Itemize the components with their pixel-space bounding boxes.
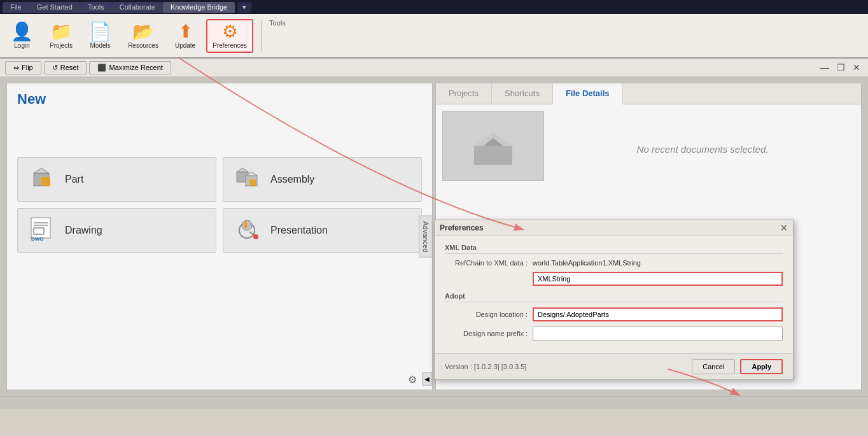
title-bar: File Get Started Tools Collaborate Knowl… xyxy=(0,0,868,14)
design-location-label: Design location : xyxy=(445,311,528,318)
preferences-button[interactable]: ⚙ Preferences xyxy=(206,19,253,53)
login-label: Login xyxy=(14,42,29,49)
svg-text:DWG: DWG xyxy=(31,236,44,242)
resources-button[interactable]: 📂 Resources xyxy=(122,20,164,52)
design-name-prefix-input[interactable] xyxy=(533,327,783,341)
design-name-prefix-label: Design name prefix : xyxy=(445,330,528,337)
update-button[interactable]: ⬆ Update xyxy=(169,20,201,52)
svg-rect-15 xyxy=(244,222,247,228)
tab-projects[interactable]: Projects xyxy=(436,83,492,104)
tab-bar: Projects Shortcuts File Details xyxy=(436,83,861,104)
assembly-label: Assembly xyxy=(270,174,314,185)
title-tabs: File Get Started Tools Collaborate Knowl… xyxy=(3,2,251,13)
reset-button[interactable]: ↺ Reset xyxy=(44,61,87,74)
svg-rect-18 xyxy=(474,146,512,165)
models-button[interactable]: 📄 Models xyxy=(83,20,117,52)
update-label: Update xyxy=(175,42,195,49)
minimize-icon[interactable]: — xyxy=(818,62,832,73)
resources-label: Resources xyxy=(128,42,158,49)
svg-point-17 xyxy=(253,234,258,239)
bottom-bar xyxy=(0,397,868,409)
resources-icon: 📂 xyxy=(132,23,155,41)
presentation-icon xyxy=(231,213,263,249)
svg-rect-7 xyxy=(249,179,256,186)
presentation-label: Presentation xyxy=(270,225,328,236)
new-title: New xyxy=(7,83,432,113)
new-item-drawing[interactable]: DWG Drawing xyxy=(17,208,216,253)
preview-thumbnail xyxy=(442,111,544,181)
close-icon[interactable]: ✕ xyxy=(850,62,863,73)
reset-icon: ↺ xyxy=(52,64,58,72)
new-item-assembly[interactable]: Assembly xyxy=(223,157,422,202)
tab-file[interactable]: File xyxy=(3,2,29,13)
flip-label: Flip xyxy=(22,64,33,71)
collapse-arrow[interactable]: ◀ xyxy=(422,372,432,386)
flip-icon: ⇔ xyxy=(13,64,19,72)
reset-label: Reset xyxy=(60,64,79,71)
prefs-footer: Version : [1.0.2.3] [3.0.3.5] Cancel App… xyxy=(435,353,793,379)
preferences-icon: ⚙ xyxy=(222,23,238,41)
apply-button[interactable]: Apply xyxy=(740,359,783,374)
tab-dropdown[interactable]: ▾ xyxy=(237,2,251,13)
prefs-buttons: Cancel Apply xyxy=(692,359,783,374)
models-label: Models xyxy=(90,42,111,49)
tab-file-details[interactable]: File Details xyxy=(553,83,623,104)
adopt-section-title: Adopt xyxy=(445,292,783,302)
refchain-label: RefChain to XML data : xyxy=(445,259,528,267)
prefs-body: XML Data RefChain to XML data : world.Ta… xyxy=(435,236,793,353)
prefs-title: Preferences xyxy=(440,223,484,232)
toolbar-separator xyxy=(261,20,262,52)
design-location-row: Design location : xyxy=(445,307,783,321)
toolbar: 👤 Login 📁 Projects 📄 Models 📂 Resources … xyxy=(0,14,868,59)
gear-icon[interactable]: ⚙ xyxy=(408,374,417,386)
models-icon: 📄 xyxy=(89,23,111,41)
tab-tools[interactable]: Tools xyxy=(80,2,112,13)
new-item-presentation[interactable]: Presentation xyxy=(223,208,422,253)
tab-get-started[interactable]: Get Started xyxy=(29,2,80,13)
new-grid: Part Assembly xyxy=(7,151,432,259)
part-icon xyxy=(25,162,57,198)
svg-marker-1 xyxy=(34,168,49,173)
part-label: Part xyxy=(65,174,83,185)
tools-section-label: Tools xyxy=(269,19,286,27)
refchain-row: RefChain to XML data : world.TableApplic… xyxy=(445,259,783,267)
advanced-tab[interactable]: Advanced xyxy=(419,215,433,258)
preferences-dialog: Preferences ✕ XML Data RefChain to XML d… xyxy=(434,220,794,380)
restore-icon[interactable]: ❐ xyxy=(834,62,848,73)
projects-icon: 📁 xyxy=(50,23,73,41)
login-icon: 👤 xyxy=(11,23,33,41)
svg-marker-4 xyxy=(237,168,248,172)
tab-shortcuts[interactable]: Shortcuts xyxy=(492,83,553,104)
maximize-recent-label: Maximize Recent xyxy=(109,64,162,71)
window-controls: — ❐ ✕ xyxy=(818,62,863,73)
refchain-value: world.TableApplication1.XMLString xyxy=(533,259,783,267)
maximize-recent-button[interactable]: ⬛ Maximize Recent xyxy=(89,61,171,74)
login-button[interactable]: 👤 Login xyxy=(5,20,39,52)
version-text: Version : [1.0.2.3] [3.0.3.5] xyxy=(445,363,526,370)
assembly-icon xyxy=(231,162,263,198)
design-name-prefix-row: Design name prefix : xyxy=(445,327,783,341)
flip-button[interactable]: ⇔ Flip xyxy=(5,61,41,74)
no-recent-text: No recent documents selected. xyxy=(550,111,855,187)
preferences-label: Preferences xyxy=(213,42,247,49)
preview-area: No recent documents selected. xyxy=(436,104,861,193)
prefs-close-button[interactable]: ✕ xyxy=(780,223,788,233)
new-item-part[interactable]: Part xyxy=(17,157,216,202)
design-location-input[interactable] xyxy=(533,307,783,321)
cancel-button[interactable]: Cancel xyxy=(692,359,735,374)
xmlstring-row xyxy=(445,272,783,286)
drawing-label: Drawing xyxy=(65,225,102,236)
window-controls-bar: ⇔ Flip ↺ Reset ⬛ Maximize Recent — ❐ ✕ xyxy=(0,59,868,76)
prefs-title-bar: Preferences ✕ xyxy=(435,220,793,236)
xml-section-title: XML Data xyxy=(445,244,783,254)
projects-label: Projects xyxy=(50,42,73,49)
svg-rect-2 xyxy=(41,177,50,186)
left-panel: New Part xyxy=(6,83,433,390)
update-icon: ⬆ xyxy=(178,23,193,41)
tab-knowledge-bridge[interactable]: Knowledge Bridge xyxy=(163,2,235,13)
xmlstring-input[interactable] xyxy=(533,272,783,286)
projects-button[interactable]: 📁 Projects xyxy=(44,20,78,52)
tab-collaborate[interactable]: Collaborate xyxy=(112,2,163,13)
maximize-recent-icon: ⬛ xyxy=(97,64,106,72)
drawing-icon: DWG xyxy=(25,213,57,249)
